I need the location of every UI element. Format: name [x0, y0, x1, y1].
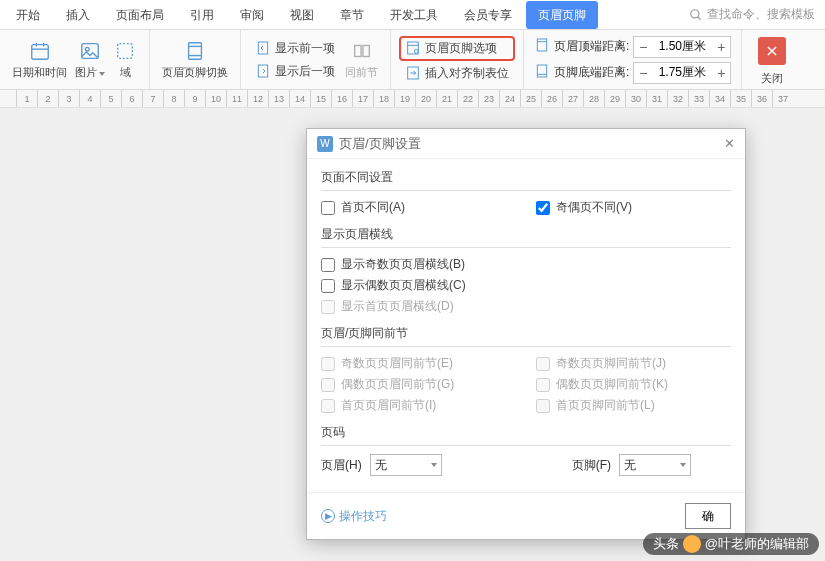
picture-button[interactable]: 图片 [71, 37, 109, 82]
show-prev-button[interactable]: 显示前一项 [249, 38, 341, 59]
header-distance-stepper[interactable]: − + [633, 36, 731, 58]
play-icon: ▶ [321, 509, 335, 523]
section-header-line: 显示页眉横线 [321, 226, 731, 248]
page-next-icon [255, 63, 271, 79]
watermark-source: 头条 [653, 535, 679, 553]
watermark: 头条 @叶老师的编辑部 [643, 533, 819, 555]
svg-point-18 [414, 49, 418, 53]
avatar [683, 535, 701, 553]
first-page-diff-checkbox[interactable]: 首页不同(A) [321, 199, 516, 216]
dialog-titlebar[interactable]: W 页眉/页脚设置 ✕ [307, 129, 745, 159]
field-icon [113, 39, 137, 63]
section-page-diff: 页面不同设置 [321, 169, 731, 191]
svg-rect-13 [258, 65, 267, 77]
field-button[interactable]: 域 [109, 37, 141, 82]
tab-icon [405, 65, 421, 81]
svg-rect-22 [537, 65, 546, 77]
search-icon [689, 8, 703, 22]
pn-header-select[interactable]: 无 [370, 454, 442, 476]
close-icon [758, 37, 786, 65]
svg-point-7 [85, 47, 89, 51]
options-icon [405, 40, 421, 56]
odd-header-line-checkbox[interactable]: 显示奇数页页眉横线(B) [321, 256, 731, 273]
calendar-icon [28, 39, 52, 63]
datetime-button[interactable]: 日期和时间 [8, 37, 71, 82]
odd-footer-same-checkbox: 奇数页页脚同前节(J) [536, 355, 731, 372]
plus-button[interactable]: + [712, 63, 730, 83]
footer-distance-label: 页脚底端距离: [554, 64, 629, 81]
header-distance-input[interactable] [652, 37, 712, 57]
plus-button[interactable]: + [712, 37, 730, 57]
svg-rect-8 [118, 44, 133, 59]
same-prev-button[interactable]: 同前节 [341, 37, 382, 82]
tab-dev[interactable]: 开发工具 [378, 1, 450, 29]
chevron-down-icon [431, 463, 437, 467]
svg-rect-20 [537, 39, 546, 51]
tab-headerfooter[interactable]: 页眉页脚 [526, 1, 598, 29]
close-hf-button[interactable]: 关闭 [750, 31, 794, 88]
first-header-same-checkbox: 首页页眉同前节(I) [321, 397, 516, 414]
minus-button[interactable]: − [634, 63, 652, 83]
hf-settings-dialog: W 页眉/页脚设置 ✕ 页面不同设置 首页不同(A) 奇偶页不同(V) 显示页眉… [306, 128, 746, 540]
svg-rect-2 [31, 45, 48, 60]
app-icon: W [317, 136, 333, 152]
hfswitch-button[interactable]: 页眉页脚切换 [158, 37, 232, 82]
tab-bar: 开始 插入 页面布局 引用 审阅 视图 章节 开发工具 会员专享 页眉页脚 查找… [0, 0, 825, 30]
pn-header-label: 页眉(H) [321, 457, 362, 474]
tab-layout[interactable]: 页面布局 [104, 1, 176, 29]
tab-vip[interactable]: 会员专享 [452, 1, 524, 29]
footer-distance-icon [534, 63, 550, 82]
ruler-marks: 1234567891011121314151617181920212223242… [16, 90, 825, 108]
link-section-icon [350, 39, 374, 63]
section-page-number: 页码 [321, 424, 731, 446]
pn-footer-label: 页脚(F) [572, 457, 611, 474]
svg-rect-12 [258, 42, 267, 54]
odd-header-same-checkbox: 奇数页页眉同前节(E) [321, 355, 516, 372]
first-footer-same-checkbox: 首页页脚同前节(L) [536, 397, 731, 414]
image-icon [78, 39, 102, 63]
search-placeholder: 查找命令、搜索模板 [707, 6, 815, 23]
ribbon: 日期和时间 图片 域 页眉页脚切换 显示前一项 显示后一项 同前节 页眉页脚选项… [0, 30, 825, 90]
tab-review[interactable]: 审阅 [228, 1, 276, 29]
header-distance-icon [534, 37, 550, 56]
tips-link[interactable]: ▶操作技巧 [321, 508, 387, 525]
even-header-line-checkbox[interactable]: 显示偶数页页眉横线(C) [321, 277, 731, 294]
dialog-close-button[interactable]: ✕ [724, 136, 735, 151]
even-footer-same-checkbox: 偶数页页脚同前节(K) [536, 376, 731, 393]
svg-rect-16 [408, 42, 419, 54]
section-same-prev: 页眉/页脚同前节 [321, 325, 731, 347]
tab-view[interactable]: 视图 [278, 1, 326, 29]
ok-button[interactable]: 确 [685, 503, 731, 529]
svg-rect-14 [354, 46, 360, 57]
switch-icon [183, 39, 207, 63]
document-area: W 页眉/页脚设置 ✕ 页面不同设置 首页不同(A) 奇偶页不同(V) 显示页眉… [0, 108, 825, 561]
tab-insert[interactable]: 插入 [54, 1, 102, 29]
watermark-author: @叶老师的编辑部 [705, 535, 809, 553]
even-header-same-checkbox: 偶数页页眉同前节(G) [321, 376, 516, 393]
page-prev-icon [255, 40, 271, 56]
footer-distance-input[interactable] [652, 63, 712, 83]
hf-options-button[interactable]: 页眉页脚选项 [399, 36, 515, 61]
ruler[interactable]: 1234567891011121314151617181920212223242… [0, 90, 825, 108]
chevron-down-icon [680, 463, 686, 467]
odd-even-diff-checkbox[interactable]: 奇偶页不同(V) [536, 199, 731, 216]
chevron-down-icon [99, 72, 105, 76]
first-header-line-checkbox: 显示首页页眉横线(D) [321, 298, 731, 315]
svg-rect-15 [362, 46, 368, 57]
header-distance-label: 页眉顶端距离: [554, 38, 629, 55]
pn-footer-select[interactable]: 无 [619, 454, 691, 476]
svg-rect-9 [189, 43, 202, 60]
show-next-button[interactable]: 显示后一项 [249, 61, 341, 82]
tab-start[interactable]: 开始 [4, 1, 52, 29]
dialog-title: 页眉/页脚设置 [339, 135, 421, 153]
search-box[interactable]: 查找命令、搜索模板 [683, 6, 821, 23]
tab-ref[interactable]: 引用 [178, 1, 226, 29]
footer-distance-stepper[interactable]: − + [633, 62, 731, 84]
minus-button[interactable]: − [634, 37, 652, 57]
tab-chapter[interactable]: 章节 [328, 1, 376, 29]
svg-point-0 [691, 9, 699, 17]
svg-line-1 [698, 16, 701, 19]
insert-align-tab-button[interactable]: 插入对齐制表位 [399, 63, 515, 84]
